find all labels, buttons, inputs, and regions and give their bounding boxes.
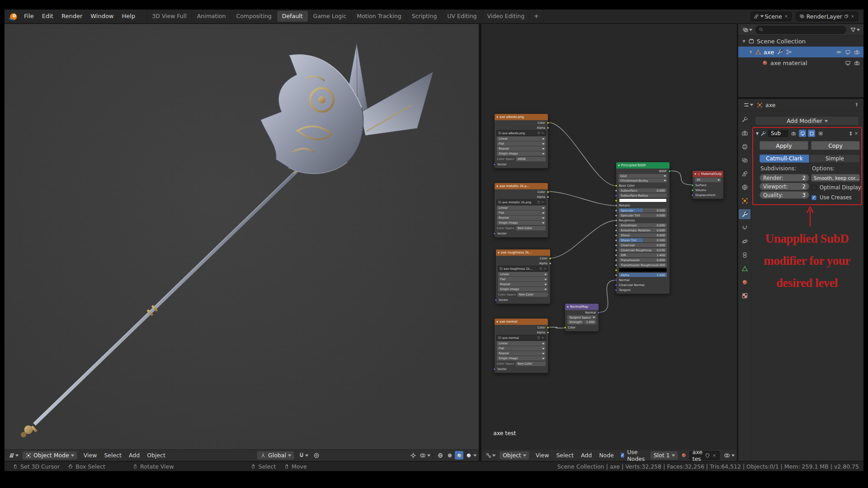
properties-editor-type-button[interactable]: ▼ bbox=[742, 102, 754, 108]
quality-field[interactable]: Quality: 3 bbox=[760, 191, 809, 199]
socket-float[interactable] bbox=[615, 219, 618, 222]
slider-field[interactable]: Alpha1.000 bbox=[619, 273, 667, 277]
toggle-editmode-display[interactable] bbox=[808, 130, 815, 137]
workspace-tab-animation[interactable]: Animation bbox=[192, 11, 231, 22]
socket-vector[interactable] bbox=[493, 232, 496, 235]
menu-window[interactable]: Window bbox=[86, 9, 118, 23]
source-dropdown[interactable]: Single Image▼ bbox=[497, 356, 546, 361]
socket-float[interactable] bbox=[547, 196, 549, 198]
source-dropdown[interactable]: Single Image▼ bbox=[497, 221, 546, 225]
proportional-editing-toggle[interactable] bbox=[312, 452, 321, 459]
socket-vector[interactable] bbox=[615, 289, 618, 291]
overlays-toggle[interactable] bbox=[418, 451, 427, 460]
interpolation-dropdown[interactable]: Linear▼ bbox=[497, 136, 546, 141]
viewport-menu-view[interactable]: View bbox=[80, 450, 101, 461]
gizmo-toggle[interactable] bbox=[409, 451, 417, 460]
node-menu-add[interactable]: Add bbox=[577, 450, 595, 461]
extension-dropdown[interactable]: Repeat▼ bbox=[497, 146, 546, 151]
expand-caret[interactable]: ▼ bbox=[756, 131, 759, 136]
socket-float[interactable] bbox=[615, 209, 618, 212]
node-image-albedo[interactable]: ▼axe albedo.pngColorAlphaaxe albedo.pngL… bbox=[494, 113, 548, 169]
node-header[interactable]: ▼MaterialOutput bbox=[693, 171, 723, 177]
workspace-tab-compositing[interactable]: Compositing bbox=[231, 11, 277, 22]
menu-edit[interactable]: Edit bbox=[38, 9, 57, 23]
node-normal-map[interactable]: ▼NormalMapNormalTangent Space▼Strength1.… bbox=[565, 303, 599, 332]
image-datablock[interactable]: axe albedo.png bbox=[496, 130, 546, 136]
socket-vector[interactable] bbox=[615, 194, 618, 197]
socket-float[interactable] bbox=[615, 189, 618, 192]
x-icon[interactable] bbox=[541, 336, 544, 339]
socket-float[interactable] bbox=[615, 254, 618, 257]
workspace-tab-default[interactable]: Default bbox=[277, 11, 308, 22]
extension-dropdown[interactable]: Repeat▼ bbox=[497, 351, 546, 356]
socket-color[interactable] bbox=[564, 326, 566, 329]
socket-vector[interactable] bbox=[493, 163, 496, 166]
interpolation-dropdown[interactable]: Linear▼ bbox=[497, 341, 546, 346]
camera-icon[interactable] bbox=[854, 49, 860, 55]
socket-float[interactable] bbox=[615, 234, 618, 237]
node-menu-node[interactable]: Node bbox=[595, 450, 618, 461]
color-swatch[interactable] bbox=[619, 198, 667, 202]
projection-dropdown[interactable]: Flat▼ bbox=[498, 277, 548, 282]
menu-help[interactable]: Help bbox=[118, 9, 140, 23]
node-canvas[interactable]: ▼axe albedo.pngColorAlphaaxe albedo.pngL… bbox=[481, 24, 737, 449]
slider-field[interactable]: Transmission Roughness0.000 bbox=[619, 263, 667, 267]
properties-tab-particles[interactable] bbox=[739, 223, 750, 233]
expand-caret[interactable]: ▼ bbox=[748, 50, 754, 54]
socket-vector[interactable] bbox=[493, 368, 496, 371]
use-nodes-checkbox[interactable]: ✓ Use Nodes bbox=[620, 449, 647, 462]
socket-vector[interactable] bbox=[615, 279, 618, 282]
socket-color[interactable] bbox=[547, 122, 549, 124]
node-image-metallic[interactable]: ▼axe metallic 2k.p...ColorAlphaaxe metal… bbox=[494, 183, 548, 238]
node-header[interactable]: ▼axe metallic 2k.p... bbox=[495, 183, 548, 189]
outliner-search-input[interactable] bbox=[755, 26, 846, 34]
projection-dropdown[interactable]: Flat▼ bbox=[497, 346, 546, 351]
outliner-row-scene-collection[interactable]: ▼Scene Collection bbox=[738, 36, 863, 47]
shield-icon[interactable] bbox=[537, 201, 540, 204]
unlink-icon[interactable] bbox=[784, 14, 788, 19]
pin-icon[interactable] bbox=[854, 102, 860, 108]
scene-selector[interactable]: ▼ Scene bbox=[750, 12, 792, 21]
simple-button[interactable]: Simple bbox=[810, 155, 860, 163]
shading-wireframe-button[interactable] bbox=[436, 451, 444, 460]
use-creases-checkbox[interactable]: ✓ Use Creases bbox=[811, 194, 852, 201]
expand-caret[interactable]: ▼ bbox=[741, 39, 747, 43]
color-swatch[interactable] bbox=[619, 268, 667, 272]
slider-field[interactable]: Sheen0.000 bbox=[619, 233, 667, 237]
target-dropdown[interactable]: All▼ bbox=[695, 178, 721, 182]
unlink-icon[interactable] bbox=[712, 453, 717, 458]
socket-color[interactable] bbox=[547, 191, 549, 193]
orientation-dropdown[interactable]: Global ▼ bbox=[257, 451, 294, 460]
socket-vector[interactable] bbox=[597, 311, 600, 314]
shader-type-dropdown[interactable]: Object ▼ bbox=[499, 451, 529, 460]
socket-shader[interactable] bbox=[668, 170, 671, 173]
socket-shader[interactable] bbox=[691, 189, 694, 192]
eye-icon[interactable] bbox=[836, 49, 842, 55]
shading-rendered-button[interactable] bbox=[464, 451, 473, 460]
apply-button[interactable]: Apply bbox=[760, 141, 808, 150]
slot-dropdown[interactable]: Slot 1 ▼ bbox=[650, 451, 678, 460]
properties-tab-output[interactable] bbox=[739, 141, 750, 151]
x-icon[interactable] bbox=[541, 201, 544, 204]
catmull-clark-button[interactable]: Catmull-Clark bbox=[760, 155, 809, 163]
close-icon[interactable] bbox=[854, 131, 859, 136]
shield-icon[interactable] bbox=[537, 336, 540, 339]
node-menu-select[interactable]: Select bbox=[552, 450, 577, 461]
properties-tab-constraints[interactable] bbox=[739, 250, 750, 260]
snap-toggle[interactable]: ▼ bbox=[297, 452, 309, 459]
shield-icon[interactable] bbox=[539, 267, 542, 270]
properties-tab-modifiers[interactable] bbox=[739, 209, 750, 219]
strength-field[interactable]: Strength1.000 bbox=[567, 320, 596, 324]
properties-tab-scene[interactable] bbox=[739, 169, 750, 178]
shield-icon[interactable] bbox=[537, 131, 540, 135]
toggle-render-display[interactable] bbox=[790, 130, 797, 137]
socket-color[interactable] bbox=[615, 269, 618, 272]
properties-tab-physics[interactable] bbox=[739, 236, 750, 246]
image-datablock[interactable]: axe roughness 2k... bbox=[498, 266, 548, 272]
space-dropdown[interactable]: Tangent Space▼ bbox=[567, 315, 596, 319]
socket-float[interactable] bbox=[615, 244, 618, 247]
slider-field[interactable]: Clearcoat Roughness0.030 bbox=[619, 248, 667, 252]
properties-tab-tool[interactable] bbox=[739, 114, 750, 124]
shading-material-button[interactable] bbox=[455, 451, 463, 460]
socket-vector[interactable] bbox=[495, 299, 497, 301]
